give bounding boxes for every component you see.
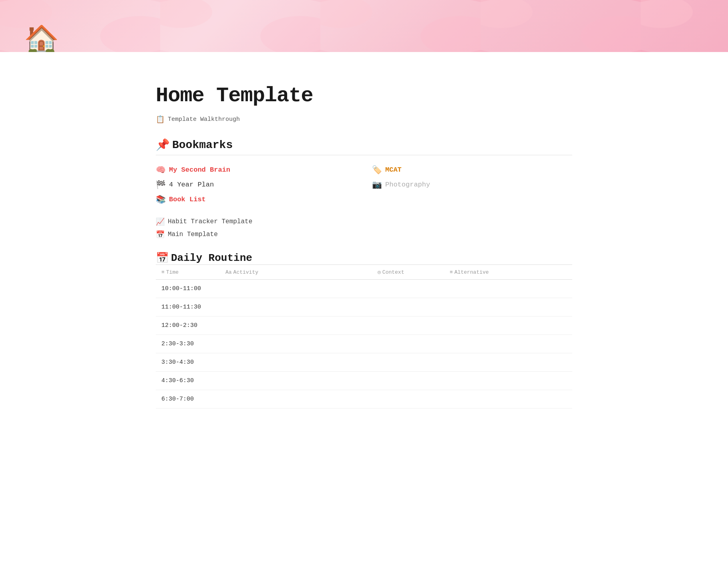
walkthrough-icon: 📋 (156, 115, 165, 124)
cell-context[interactable] (372, 372, 444, 390)
col-header-activity: AaActivity (220, 265, 372, 280)
cell-time: 3:30-4:30 (156, 353, 220, 372)
mcat-link[interactable]: MCAT (385, 166, 402, 174)
four-year-plan-label: 4 Year Plan (169, 181, 214, 188)
cell-activity[interactable] (220, 317, 372, 335)
cell-alternative[interactable] (444, 317, 572, 335)
walkthrough-link[interactable]: 📋 Template Walkthrough (156, 115, 572, 124)
bookmark-mcat[interactable]: 🏷️ MCAT (372, 165, 572, 175)
table-row: 2:30-3:30 (156, 335, 572, 353)
cell-activity[interactable] (220, 335, 372, 353)
habit-tracker-label: Habit Tracker Template (168, 218, 252, 225)
cell-time: 12:00-2:30 (156, 317, 220, 335)
bookmark-photography[interactable]: 📷 Photography (372, 180, 572, 190)
cell-activity[interactable] (220, 280, 372, 298)
main-content: Home Template 📋 Template Walkthrough 📌 B… (124, 52, 604, 425)
habit-tracker-link[interactable]: 📈 Habit Tracker Template (156, 217, 572, 226)
book-list-link[interactable]: Book List (169, 196, 206, 203)
cell-alternative[interactable] (444, 335, 572, 353)
table-row: 11:00-11:30 (156, 298, 572, 317)
time-col-icon: ≡ (161, 269, 165, 275)
bookmark-empty (372, 194, 572, 204)
cell-context[interactable] (372, 317, 444, 335)
camera-icon: 📷 (372, 180, 382, 190)
cell-context[interactable] (372, 353, 444, 372)
chart-icon: 📈 (156, 217, 165, 226)
cell-alternative[interactable] (444, 298, 572, 317)
tag-icon: 🏷️ (372, 165, 382, 175)
main-template-label: Main Template (168, 231, 218, 238)
daily-routine-icon: 📅 (156, 252, 169, 264)
cell-context[interactable] (372, 335, 444, 353)
page-icon: 🏠 (24, 28, 59, 52)
cell-activity[interactable] (220, 390, 372, 409)
context-col-icon: ◎ (378, 269, 381, 275)
alternative-col-icon: ≡ (450, 269, 453, 275)
bookmarks-heading-icon: 📌 (156, 138, 170, 152)
bookmark-book-list[interactable]: 📚 Book List (156, 194, 356, 204)
my-second-brain-link[interactable]: My Second Brain (169, 166, 230, 174)
bookmark-four-year-plan[interactable]: 🏁 4 Year Plan (156, 180, 356, 190)
cell-context[interactable] (372, 298, 444, 317)
daily-routine-label: Daily Routine (171, 252, 252, 264)
cell-alternative[interactable] (444, 372, 572, 390)
photography-label: Photography (385, 181, 430, 188)
bookmarks-divider (156, 155, 572, 155)
col-header-alternative: ≡Alternative (444, 265, 572, 280)
hero-banner: 🏠 (0, 0, 728, 52)
table-row: 10:00-11:00 (156, 280, 572, 298)
cell-time: 4:30-6:30 (156, 372, 220, 390)
table-row: 4:30-6:30 (156, 372, 572, 390)
col-header-time: ≡Time (156, 265, 220, 280)
daily-routine-heading: 📅 Daily Routine (156, 252, 572, 264)
bookmark-my-second-brain[interactable]: 🧠 My Second Brain (156, 165, 356, 175)
cell-context[interactable] (372, 390, 444, 409)
main-template-link[interactable]: 📅 Main Template (156, 230, 572, 239)
bookmarks-grid: 🧠 My Second Brain 🏷️ MCAT 🏁 4 Year Plan … (156, 165, 572, 204)
cell-alternative[interactable] (444, 353, 572, 372)
daily-routine-section: 📅 Daily Routine ≡Time AaActivity ◎Contex… (156, 252, 572, 409)
template-links: 📈 Habit Tracker Template 📅 Main Template (156, 217, 572, 239)
table-row: 12:00-2:30 (156, 317, 572, 335)
walkthrough-label: Template Walkthrough (168, 116, 240, 123)
table-row: 6:30-7:00 (156, 390, 572, 409)
bookmarks-heading-label: Bookmarks (172, 139, 233, 151)
cell-context[interactable] (372, 280, 444, 298)
brain-icon: 🧠 (156, 165, 166, 175)
books-icon: 📚 (156, 194, 166, 204)
calendar-icon: 📅 (156, 230, 165, 239)
cell-time: 2:30-3:30 (156, 335, 220, 353)
bookmarks-heading: 📌 Bookmarks (156, 138, 572, 152)
cell-time: 10:00-11:00 (156, 280, 220, 298)
cell-alternative[interactable] (444, 280, 572, 298)
table-row: 3:30-4:30 (156, 353, 572, 372)
cell-activity[interactable] (220, 372, 372, 390)
activity-col-icon: Aa (225, 269, 232, 275)
bookmarks-section: 📌 Bookmarks 🧠 My Second Brain 🏷️ MCAT 🏁 … (156, 138, 572, 204)
flag-icon: 🏁 (156, 180, 166, 190)
cell-alternative[interactable] (444, 390, 572, 409)
table-header-row: ≡Time AaActivity ◎Context ≡Alternative (156, 265, 572, 280)
cell-time: 6:30-7:00 (156, 390, 220, 409)
daily-routine-table: ≡Time AaActivity ◎Context ≡Alternative 1… (156, 264, 572, 409)
cell-activity[interactable] (220, 298, 372, 317)
page-title: Home Template (156, 84, 572, 108)
col-header-context: ◎Context (372, 265, 444, 280)
cell-time: 11:00-11:30 (156, 298, 220, 317)
cell-activity[interactable] (220, 353, 372, 372)
